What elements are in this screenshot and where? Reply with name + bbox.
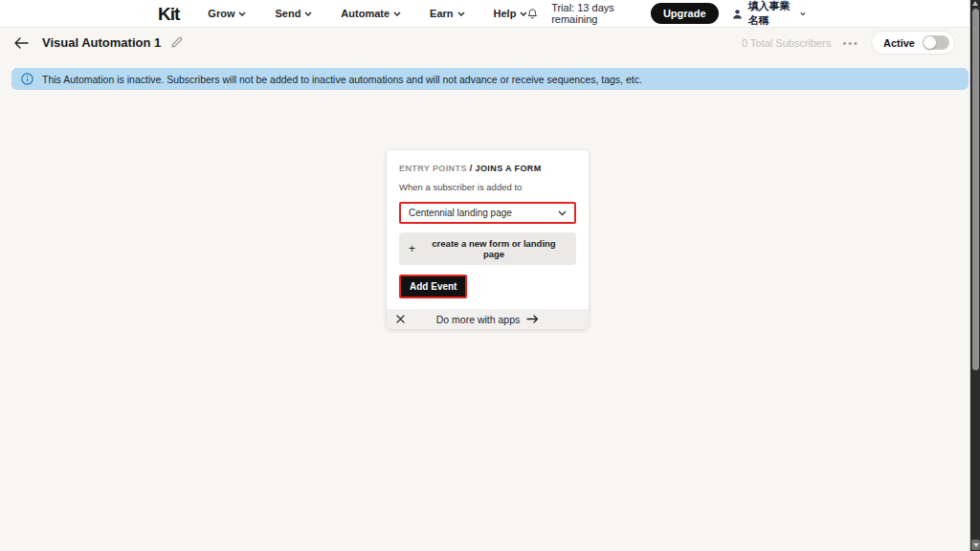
close-icon[interactable] [396, 315, 405, 323]
nav-menu-earn[interactable]: Earn [430, 8, 464, 19]
entry-point-card-body: ENTRY POINTS / JOINS A FORM When a subsc… [387, 150, 589, 309]
scrollbar-down-arrow[interactable] [971, 540, 980, 550]
breadcrumb-section: ENTRY POINTS [399, 164, 467, 173]
nav-menu-help-label: Help [494, 8, 517, 19]
kit-logo[interactable]: Kit [158, 5, 179, 23]
add-event-button[interactable]: Add Event [399, 275, 467, 298]
scrollbar-up-arrow[interactable] [972, 1, 978, 6]
back-arrow-icon[interactable] [13, 37, 29, 49]
nav-menu-grow-label: Grow [208, 8, 234, 19]
nav-menu-send-label: Send [275, 8, 301, 19]
breadcrumb-name: / JOINS A FORM [470, 164, 542, 173]
account-menu[interactable]: 填入事業名稱 [732, 0, 806, 28]
page-title: Visual Automation 1 [42, 35, 161, 50]
chevron-down-icon [558, 210, 567, 216]
inactive-automation-banner: This Automation is inactive. Subscribers… [11, 68, 969, 90]
nav-menu-earn-label: Earn [430, 8, 453, 19]
automation-header-bar: Visual Automation 1 0 Total Subscribers … [0, 28, 980, 57]
active-toggle-control[interactable]: Active [871, 31, 955, 55]
upgrade-button[interactable]: Upgrade [651, 3, 719, 24]
chevron-down-icon [457, 11, 465, 16]
entry-point-card: ENTRY POINTS / JOINS A FORM When a subsc… [387, 150, 589, 329]
form-select-dropdown[interactable]: Centennial landing page [399, 202, 576, 224]
account-name: 填入事業名稱 [748, 0, 795, 28]
nav-menu-grow[interactable]: Grow [208, 8, 246, 19]
avatar-icon [732, 7, 743, 21]
arrow-right-icon [526, 315, 539, 323]
nav-menu-automate[interactable]: Automate [341, 8, 401, 19]
form-select-value: Centennial landing page [409, 208, 512, 218]
do-more-with-apps-link[interactable]: Do more with apps [405, 314, 570, 325]
create-form-button-label: create a new form or landing page [421, 238, 567, 259]
notification-bell-icon[interactable] [527, 7, 538, 21]
chevron-down-icon [393, 11, 401, 16]
banner-message: This Automation is inactive. Subscribers… [42, 74, 642, 85]
chevron-down-icon [304, 11, 312, 16]
card-footer: Do more with apps [387, 309, 589, 329]
do-more-with-apps-label: Do more with apps [436, 314, 521, 325]
vertical-scrollbar[interactable] [969, 0, 980, 551]
nav-right-group: Trial: 13 days remaining Upgrade 填入事業名稱 [527, 0, 959, 28]
pagebar-right-group: 0 Total Subscribers ••• Active [742, 31, 967, 55]
active-toggle-label: Active [883, 37, 915, 49]
card-breadcrumb: ENTRY POINTS / JOINS A FORM [399, 164, 576, 173]
nav-menus: Grow Send Automate Earn Help [208, 8, 527, 19]
more-options-button[interactable]: ••• [842, 37, 859, 49]
edit-pencil-icon[interactable] [170, 36, 183, 49]
trial-status-text: Trial: 13 days remaining [551, 2, 637, 25]
card-subtitle: When a subscriber is added to [399, 182, 576, 192]
scrollbar-thumb[interactable] [972, 9, 979, 370]
nav-menu-help[interactable]: Help [494, 8, 528, 19]
chevron-down-icon [520, 11, 527, 16]
top-navigation: Kit Grow Send Automate Earn Help Trial: … [0, 0, 980, 28]
total-subscribers-text: 0 Total Subscribers [742, 37, 831, 49]
create-form-button[interactable]: + create a new form or landing page [399, 232, 576, 265]
active-toggle-switch[interactable] [923, 35, 949, 50]
chevron-down-icon [238, 11, 246, 16]
info-icon [21, 73, 33, 85]
nav-menu-automate-label: Automate [341, 8, 390, 19]
chevron-down-icon [800, 11, 806, 16]
nav-menu-send[interactable]: Send [275, 8, 312, 19]
toggle-knob [924, 36, 936, 49]
